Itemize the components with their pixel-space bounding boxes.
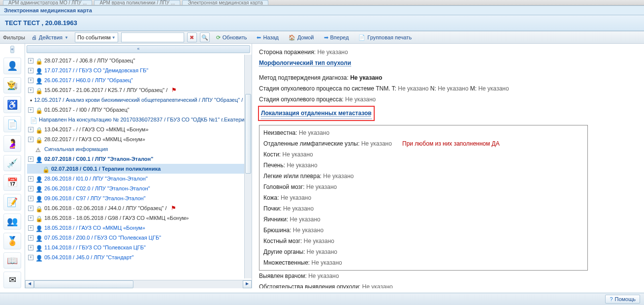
tree-horizontal-scrollbar[interactable]: ◀▶ xyxy=(25,280,252,288)
tree-item-link[interactable]: 26.06.2017 / H60.0 / ЛПУ "Образец" xyxy=(44,76,133,85)
expand-icon[interactable]: + xyxy=(28,68,33,73)
tree-item[interactable]: +🔒01.05.2017 - / I00 / ЛПУ "Образец" xyxy=(27,105,245,115)
tree-item-link[interactable]: 12.05.2017 / Анализ крови биохимический … xyxy=(34,95,245,104)
tree-item[interactable]: +🔒18.05.2018 - 18.05.2018 / G98 / ГАУЗ С… xyxy=(27,213,245,223)
tree-item[interactable]: +🔒13.04.2017 - / / ГАУЗ СО «МКМЦ «Бонум» xyxy=(27,124,245,134)
tree-item[interactable]: +👤07.05.2018 / Z00.0 / ГБУЗ СО "Полевска… xyxy=(27,233,245,243)
met-label: Костный мозг: xyxy=(263,238,302,244)
expand-icon[interactable]: + xyxy=(28,186,33,191)
tree-item[interactable]: +👤28.06.2018 / I01.0 / ЛПУ "Эталон-Этало… xyxy=(27,174,245,183)
tree-item-link[interactable]: 17.07.2017 / / ГБУЗ СО "Демидовская ГБ" xyxy=(44,66,148,75)
item-icon: 👤 xyxy=(35,185,42,192)
sidebar-org-icon[interactable]: 👨‍🌾 xyxy=(3,77,21,94)
collapse-sidebar-button[interactable]: « xyxy=(10,46,14,53)
tree-item-link[interactable]: Сигнальная информация xyxy=(44,145,108,153)
group-print-button[interactable]: 📄Групповая печать xyxy=(355,33,415,42)
metastasis-location-link[interactable]: Локализация отдаленных метастазов xyxy=(261,108,372,119)
tree-item[interactable]: ⚠Сигнальная информация xyxy=(27,144,245,154)
expand-icon[interactable]: + xyxy=(28,215,33,221)
tree-item-link[interactable]: 01.05.2017 - / I00 / ЛПУ "Образец" xyxy=(44,105,129,114)
tree-item[interactable]: +🔒15.06.2017 - 21.06.2017 / K25.7 / ЛПУ … xyxy=(27,85,245,95)
tree-item[interactable]: +👤26.06.2017 / H60.0 / ЛПУ "Образец" xyxy=(27,75,245,85)
tree-item-link[interactable]: 26.06.2018 / C02.0 / ЛПУ "Эталон-Эталон" xyxy=(44,184,150,193)
refresh-button[interactable]: ⟳Обновить xyxy=(213,33,251,42)
sidebar-cert-icon[interactable]: 🏅 xyxy=(3,233,21,249)
tree-item-link[interactable]: 09.06.2018 / C97 / ЛПУ "Эталон-Эталон" xyxy=(44,194,146,203)
tree-item[interactable]: 📄Направлен На консультацию № 20170336072… xyxy=(27,115,245,124)
expand-icon[interactable]: + xyxy=(28,127,33,132)
expand-icon[interactable]: + xyxy=(28,196,33,201)
expand-icon[interactable]: + xyxy=(28,176,33,182)
tree-item[interactable]: +👤17.07.2017 / / ГБУЗ СО "Демидовская ГБ… xyxy=(27,65,245,75)
expand-icon[interactable]: + xyxy=(28,137,33,142)
tree-item-link[interactable]: 18.05.2018 - 18.05.2018 / G98 / ГАУЗ СО … xyxy=(44,214,189,222)
tree-item[interactable]: •12.05.2017 / Анализ крови биохимический… xyxy=(27,95,245,105)
tree-item-link[interactable]: 28.02.2017 / / ГАУЗ СО «МКМЦ «Бонум» xyxy=(44,135,145,144)
tree-item-link[interactable]: 13.04.2017 - / / ГАУЗ СО «МКМЦ «Бонум» xyxy=(44,125,149,134)
event-tree[interactable]: +🔒28.07.2017 - / J06.8 / ЛПУ "Образец"+👤… xyxy=(27,56,245,278)
tab-arm-admin[interactable]: АРМ администратора МО / ЛПУ ... xyxy=(3,0,92,5)
sidebar-group-icon[interactable]: 👥 xyxy=(3,214,21,230)
tab-emk[interactable]: Электронная медицинская карта xyxy=(182,0,268,5)
tree-item[interactable]: +👤02.07.2018 / C00.1 / ЛПУ "Эталон-Этало… xyxy=(27,154,245,164)
expand-icon[interactable]: + xyxy=(28,156,33,162)
forward-button[interactable]: ➡Вперед xyxy=(321,33,353,42)
tree-item-link[interactable]: 07.05.2018 / Z00.0 / ГБУЗ СО "Полевская … xyxy=(44,233,161,242)
tree-item[interactable]: +👤26.06.2018 / C02.0 / ЛПУ "Эталон-Этало… xyxy=(27,183,245,193)
tree-item[interactable]: +👤09.06.2018 / C97 / ЛПУ "Эталон-Эталон" xyxy=(27,193,245,203)
tree-item-link[interactable]: 02.07.2018 / C00.1 / Терапии поликлиника xyxy=(51,164,161,173)
tree-item[interactable]: 🔒02.07.2018 / C00.1 / Терапии поликлиник… xyxy=(27,164,245,174)
expand-icon[interactable]: + xyxy=(28,235,33,241)
met-value: Не указано xyxy=(283,151,313,158)
item-icon: 👤 xyxy=(35,175,42,182)
sidebar-book-icon[interactable]: 📖 xyxy=(3,252,21,269)
tree-item-link[interactable]: 11.04.2018 / / ГБУЗ СО "Полевская ЦГБ" xyxy=(44,243,146,252)
sidebar-document-icon[interactable]: 📄 xyxy=(3,116,21,133)
tree-vertical-scrollbar[interactable] xyxy=(244,55,252,278)
tree-item-link[interactable]: 01.06.2018 - 02.06.2018 / J44.0 / ЛПУ "О… xyxy=(44,204,167,213)
sidebar-note-icon[interactable]: 📝 xyxy=(3,194,21,211)
doctor-label: Выявлен врачом: xyxy=(259,273,307,279)
sidebar-mail-icon[interactable]: ✉ xyxy=(3,272,21,288)
tree-item-link[interactable]: 15.06.2017 - 21.06.2017 / K25.7 / ЛПУ "О… xyxy=(44,86,167,94)
help-button[interactable]: ?Помощь xyxy=(605,295,640,304)
morph-type-link[interactable]: Морфологический тип опухоли xyxy=(259,60,351,66)
sidebar-syringe-icon[interactable]: 💉 xyxy=(3,155,21,172)
actions-menu[interactable]: 🖨 Действия ▼ xyxy=(28,33,72,42)
sidebar-pregnancy-icon[interactable]: 🤰 xyxy=(3,135,21,152)
tree-item[interactable]: +👤05.04.2018 / J45.0 / ЛПУ "Стандарт" xyxy=(27,252,245,262)
tree-item[interactable]: +👤18.05.2018 / / ГАУЗ СО «МКМЦ «Бонум» xyxy=(27,223,245,233)
expand-icon[interactable]: + xyxy=(28,88,33,93)
tree-item[interactable]: +🔒28.07.2017 - / J06.8 / ЛПУ "Образец" xyxy=(27,56,245,65)
expand-icon[interactable]: + xyxy=(28,107,33,113)
met-value: Не указано xyxy=(323,173,354,180)
expand-icon[interactable]: + xyxy=(28,78,33,83)
tree-item-link[interactable]: 02.07.2018 / C00.1 / ЛПУ "Эталон-Эталон" xyxy=(44,154,153,163)
tree-item[interactable]: +👤11.04.2018 / / ГБУЗ СО "Полевская ЦГБ" xyxy=(27,243,245,252)
sidebar-calendar-icon[interactable]: 📅 xyxy=(3,174,21,191)
clear-search-button[interactable]: ✖ xyxy=(187,32,197,42)
sidebar-person-icon[interactable]: 👤 xyxy=(3,58,21,74)
tree-item-link[interactable]: 28.07.2017 - / J06.8 / ЛПУ "Образец" xyxy=(44,56,135,65)
expand-icon[interactable]: + xyxy=(28,245,33,250)
tree-item-link[interactable]: 28.06.2018 / I01.0 / ЛПУ "Эталон-Эталон" xyxy=(44,174,148,183)
expand-icon[interactable]: + xyxy=(28,255,33,260)
expand-icon[interactable]: + xyxy=(28,225,33,231)
sidebar-dispensary-icon[interactable]: ♿ xyxy=(3,96,21,113)
metastasis-row: Кости: Не указано xyxy=(263,149,583,160)
expand-icon[interactable]: + xyxy=(28,58,33,63)
back-button[interactable]: ⬅Назад xyxy=(253,33,282,42)
tab-arm-doctor[interactable]: АРМ врача поликлиники / ЛПУ ... xyxy=(94,0,180,5)
find-button[interactable]: 🔍 xyxy=(200,32,210,42)
tree-item-link[interactable]: Направлен На консультацию № 201703360728… xyxy=(39,115,245,124)
view-mode-combo[interactable]: По событиям▼ xyxy=(75,32,118,42)
circumstance-label: Обстоятельства выявления опухоли: xyxy=(259,283,360,288)
expand-icon[interactable]: + xyxy=(28,206,33,211)
home-button[interactable]: 🏠Домой xyxy=(285,33,318,42)
search-input[interactable] xyxy=(121,32,184,42)
tree-item-link[interactable]: 18.05.2018 / / ГАУЗ СО «МКМЦ «Бонум» xyxy=(44,223,145,232)
tree-item-link[interactable]: 05.04.2018 / J45.0 / ЛПУ "Стандарт" xyxy=(44,253,134,262)
tree-item[interactable]: +🔒28.02.2017 / / ГАУЗ СО «МКМЦ «Бонум» xyxy=(27,134,245,144)
collapse-tree-button[interactable]: « xyxy=(27,45,250,53)
tree-item[interactable]: +🔒01.06.2018 - 02.06.2018 / J44.0 / ЛПУ … xyxy=(27,203,245,213)
